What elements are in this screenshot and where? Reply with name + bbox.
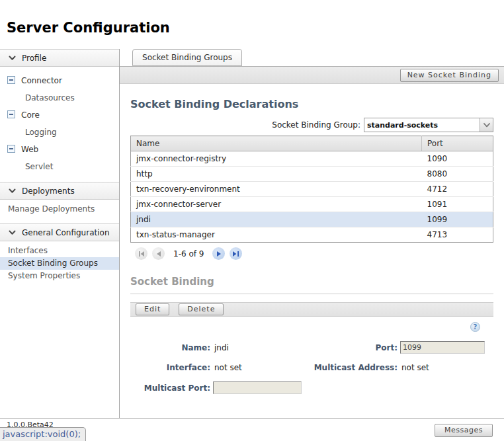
cell-name[interactable]: http (131, 167, 422, 182)
socket-bindings-table: Name Port jmx-connector-registry 1090 ht… (130, 136, 493, 243)
profile-tree: Connector Datasources Core Logging Web S… (0, 67, 119, 182)
cell-port[interactable]: 8080 (422, 167, 493, 182)
main-layout: Profile Connector Datasources Core Loggi… (0, 49, 504, 419)
cell-name[interactable]: jmx-connector-server (131, 197, 422, 212)
sidebar-item-datasources[interactable]: Datasources (0, 90, 119, 106)
collapse-minus-icon[interactable] (7, 110, 15, 120)
sidebar-section-general-configuration[interactable]: General Configuration (0, 223, 119, 241)
table-row[interactable]: txn-recovery-environment 4712 (131, 182, 493, 197)
sidebar-item-web[interactable]: Web (0, 141, 119, 159)
multicast-port-label: Multicast Port: (130, 383, 210, 393)
cell-port[interactable]: 1091 (422, 197, 493, 212)
tree-node-label: Connector (21, 77, 62, 85)
sidebar-item-manage-deployments[interactable]: Manage Deployments (0, 203, 119, 216)
footer: 1.0.0.Beta42 Messages javascript:void(0)… (0, 419, 504, 441)
status-link-tooltip: javascript:void(0); (0, 427, 86, 441)
sidebar-item-servlet[interactable]: Servlet (0, 159, 119, 175)
last-page-button[interactable] (230, 247, 242, 260)
messages-button[interactable]: Messages (435, 424, 493, 437)
interface-label: Interface: (130, 363, 210, 372)
delete-button[interactable]: Delete (179, 303, 224, 315)
table-row-selected[interactable]: jndi 1099 (131, 212, 493, 227)
sidebar-item-socket-binding-groups[interactable]: Socket Binding Groups (0, 257, 119, 270)
socket-binding-group-select[interactable]: standard-sockets (364, 118, 493, 132)
collapse-minus-icon[interactable] (7, 145, 15, 155)
group-selector-row: Socket Binding Group: standard-sockets (130, 118, 493, 132)
chevron-down-icon (9, 188, 16, 194)
content-area: Socket Binding Declarations Socket Bindi… (120, 98, 504, 394)
sidebar-section-profile[interactable]: Profile (0, 49, 119, 67)
cell-name[interactable]: jndi (131, 212, 422, 227)
cell-port[interactable]: 1090 (422, 151, 493, 167)
table-row[interactable]: http 8080 (131, 167, 493, 182)
tree-node-label: Core (21, 111, 40, 120)
page-title: Server Configuration (0, 0, 504, 49)
chevron-down-icon[interactable] (480, 118, 493, 132)
sidebar-item-core[interactable]: Core (0, 106, 119, 124)
declarations-heading: Socket Binding Declarations (130, 98, 493, 110)
next-page-button[interactable] (212, 247, 225, 260)
cell-name[interactable]: txn-recovery-environment (131, 182, 422, 197)
column-header-port: Port (422, 136, 493, 151)
sidebar: Profile Connector Datasources Core Loggi… (0, 49, 120, 418)
app-window: Server Configuration Profile Connector D… (0, 0, 504, 441)
edit-button[interactable]: Edit (136, 303, 169, 315)
sidebar-item-interfaces[interactable]: Interfaces (0, 245, 119, 257)
pagination: 1-6 of 9 (135, 247, 493, 260)
deployments-list: Manage Deployments (0, 200, 119, 223)
tab-bar: Socket Binding Groups (120, 49, 504, 66)
table-row[interactable]: txn-status-manager 4713 (131, 227, 493, 243)
socket-binding-heading: Socket Binding (130, 276, 493, 294)
port-label: Port: (312, 343, 398, 352)
help-row: ? (130, 317, 493, 332)
top-toolbar: New Socket Binding (120, 66, 504, 84)
new-socket-binding-button[interactable]: New Socket Binding (400, 69, 499, 82)
name-label: Name: (130, 343, 210, 352)
table-row[interactable]: jmx-connector-registry 1090 (131, 151, 493, 167)
sidebar-section-label: General Configuration (22, 228, 110, 237)
sidebar-section-label: Profile (22, 54, 46, 63)
table-header-row: Name Port (131, 136, 493, 151)
general-configuration-list: Interfaces Socket Binding Groups System … (0, 241, 119, 290)
multicast-port-field[interactable] (213, 381, 302, 394)
chevron-down-icon (9, 56, 16, 61)
sidebar-item-connector[interactable]: Connector (0, 72, 119, 90)
help-icon[interactable]: ? (470, 322, 480, 332)
cell-name[interactable]: txn-status-manager (131, 227, 422, 243)
collapse-minus-icon[interactable] (7, 76, 15, 86)
sidebar-item-system-properties[interactable]: System Properties (0, 270, 119, 282)
main-panel: Socket Binding Groups New Socket Binding… (120, 49, 504, 418)
socket-binding-group-label: Socket Binding Group: (272, 120, 360, 130)
cell-port[interactable]: 4713 (422, 227, 493, 243)
sidebar-section-deployments[interactable]: Deployments (0, 182, 119, 200)
port-field[interactable] (400, 341, 485, 354)
interface-value: not set (213, 363, 310, 372)
name-value: jndi (213, 343, 310, 352)
cell-port[interactable]: 4712 (422, 182, 493, 197)
sidebar-section-label: Deployments (22, 186, 75, 196)
select-value: standard-sockets (364, 118, 480, 132)
multicast-address-value: not set (400, 363, 493, 372)
previous-page-button[interactable] (152, 247, 165, 260)
table-row[interactable]: jmx-connector-server 1091 (131, 197, 493, 212)
column-header-name: Name (131, 136, 422, 151)
first-page-button[interactable] (135, 247, 147, 260)
multicast-address-label: Multicast Address: (312, 363, 398, 372)
tree-node-label: Web (21, 145, 38, 154)
tab-socket-binding-groups[interactable]: Socket Binding Groups (132, 49, 242, 66)
sidebar-item-logging[interactable]: Logging (0, 124, 119, 141)
chevron-down-icon (9, 230, 16, 235)
socket-binding-form: Name: jndi Port: Interface: not set Mult… (130, 341, 493, 394)
pagination-label: 1-6 of 9 (173, 249, 204, 259)
cell-port[interactable]: 1099 (422, 212, 493, 227)
detail-toolbar: Edit Delete (130, 302, 493, 317)
cell-name[interactable]: jmx-connector-registry (131, 151, 422, 167)
